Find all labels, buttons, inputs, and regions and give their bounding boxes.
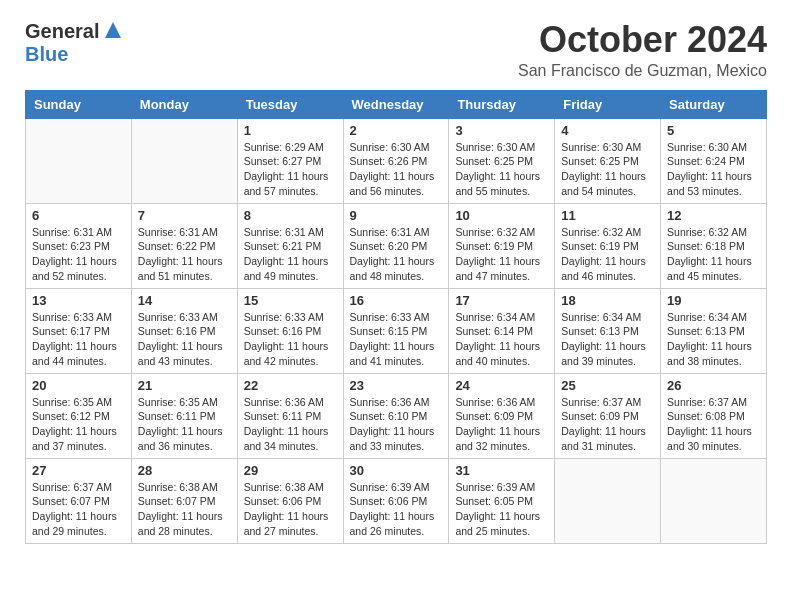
calendar-cell-week3-day4: 16Sunrise: 6:33 AM Sunset: 6:15 PM Dayli… bbox=[343, 288, 449, 373]
calendar-cell-week3-day2: 14Sunrise: 6:33 AM Sunset: 6:16 PM Dayli… bbox=[131, 288, 237, 373]
day-number: 22 bbox=[244, 378, 337, 393]
calendar-header-row: SundayMondayTuesdayWednesdayThursdayFrid… bbox=[26, 90, 767, 118]
day-info: Sunrise: 6:37 AM Sunset: 6:09 PM Dayligh… bbox=[561, 395, 654, 454]
day-info: Sunrise: 6:32 AM Sunset: 6:19 PM Dayligh… bbox=[455, 225, 548, 284]
day-info: Sunrise: 6:34 AM Sunset: 6:13 PM Dayligh… bbox=[667, 310, 760, 369]
calendar-week-4: 20Sunrise: 6:35 AM Sunset: 6:12 PM Dayli… bbox=[26, 373, 767, 458]
calendar-cell-week1-day2 bbox=[131, 118, 237, 203]
day-info: Sunrise: 6:33 AM Sunset: 6:15 PM Dayligh… bbox=[350, 310, 443, 369]
location-title: San Francisco de Guzman, Mexico bbox=[518, 62, 767, 80]
calendar-header-tuesday: Tuesday bbox=[237, 90, 343, 118]
day-info: Sunrise: 6:35 AM Sunset: 6:12 PM Dayligh… bbox=[32, 395, 125, 454]
day-info: Sunrise: 6:30 AM Sunset: 6:26 PM Dayligh… bbox=[350, 140, 443, 199]
day-number: 1 bbox=[244, 123, 337, 138]
day-number: 28 bbox=[138, 463, 231, 478]
calendar-cell-week4-day3: 22Sunrise: 6:36 AM Sunset: 6:11 PM Dayli… bbox=[237, 373, 343, 458]
day-info: Sunrise: 6:39 AM Sunset: 6:06 PM Dayligh… bbox=[350, 480, 443, 539]
day-info: Sunrise: 6:35 AM Sunset: 6:11 PM Dayligh… bbox=[138, 395, 231, 454]
calendar-week-2: 6Sunrise: 6:31 AM Sunset: 6:23 PM Daylig… bbox=[26, 203, 767, 288]
day-number: 19 bbox=[667, 293, 760, 308]
calendar-body: 1Sunrise: 6:29 AM Sunset: 6:27 PM Daylig… bbox=[26, 118, 767, 543]
day-info: Sunrise: 6:31 AM Sunset: 6:23 PM Dayligh… bbox=[32, 225, 125, 284]
day-number: 2 bbox=[350, 123, 443, 138]
calendar-cell-week1-day5: 3Sunrise: 6:30 AM Sunset: 6:25 PM Daylig… bbox=[449, 118, 555, 203]
day-info: Sunrise: 6:33 AM Sunset: 6:16 PM Dayligh… bbox=[138, 310, 231, 369]
day-info: Sunrise: 6:31 AM Sunset: 6:20 PM Dayligh… bbox=[350, 225, 443, 284]
calendar-cell-week1-day1 bbox=[26, 118, 132, 203]
calendar-cell-week2-day6: 11Sunrise: 6:32 AM Sunset: 6:19 PM Dayli… bbox=[555, 203, 661, 288]
day-number: 23 bbox=[350, 378, 443, 393]
day-info: Sunrise: 6:36 AM Sunset: 6:11 PM Dayligh… bbox=[244, 395, 337, 454]
calendar-cell-week4-day4: 23Sunrise: 6:36 AM Sunset: 6:10 PM Dayli… bbox=[343, 373, 449, 458]
calendar-cell-week2-day5: 10Sunrise: 6:32 AM Sunset: 6:19 PM Dayli… bbox=[449, 203, 555, 288]
day-number: 12 bbox=[667, 208, 760, 223]
day-number: 18 bbox=[561, 293, 654, 308]
day-number: 14 bbox=[138, 293, 231, 308]
day-info: Sunrise: 6:30 AM Sunset: 6:25 PM Dayligh… bbox=[561, 140, 654, 199]
day-number: 26 bbox=[667, 378, 760, 393]
calendar-week-3: 13Sunrise: 6:33 AM Sunset: 6:17 PM Dayli… bbox=[26, 288, 767, 373]
day-info: Sunrise: 6:36 AM Sunset: 6:09 PM Dayligh… bbox=[455, 395, 548, 454]
calendar-table: SundayMondayTuesdayWednesdayThursdayFrid… bbox=[25, 90, 767, 544]
day-number: 3 bbox=[455, 123, 548, 138]
day-number: 27 bbox=[32, 463, 125, 478]
day-number: 13 bbox=[32, 293, 125, 308]
calendar-cell-week2-day7: 12Sunrise: 6:32 AM Sunset: 6:18 PM Dayli… bbox=[661, 203, 767, 288]
day-info: Sunrise: 6:34 AM Sunset: 6:13 PM Dayligh… bbox=[561, 310, 654, 369]
calendar-cell-week3-day6: 18Sunrise: 6:34 AM Sunset: 6:13 PM Dayli… bbox=[555, 288, 661, 373]
day-number: 31 bbox=[455, 463, 548, 478]
day-info: Sunrise: 6:31 AM Sunset: 6:22 PM Dayligh… bbox=[138, 225, 231, 284]
calendar-header-thursday: Thursday bbox=[449, 90, 555, 118]
calendar-header-saturday: Saturday bbox=[661, 90, 767, 118]
day-number: 9 bbox=[350, 208, 443, 223]
day-number: 30 bbox=[350, 463, 443, 478]
calendar-header-sunday: Sunday bbox=[26, 90, 132, 118]
day-info: Sunrise: 6:39 AM Sunset: 6:05 PM Dayligh… bbox=[455, 480, 548, 539]
day-number: 15 bbox=[244, 293, 337, 308]
calendar-cell-week2-day4: 9Sunrise: 6:31 AM Sunset: 6:20 PM Daylig… bbox=[343, 203, 449, 288]
day-info: Sunrise: 6:33 AM Sunset: 6:16 PM Dayligh… bbox=[244, 310, 337, 369]
logo-blue-text: Blue bbox=[25, 43, 68, 65]
day-number: 29 bbox=[244, 463, 337, 478]
calendar-cell-week5-day6 bbox=[555, 458, 661, 543]
logo-general-text: General bbox=[25, 20, 99, 43]
day-number: 7 bbox=[138, 208, 231, 223]
calendar-cell-week4-day6: 25Sunrise: 6:37 AM Sunset: 6:09 PM Dayli… bbox=[555, 373, 661, 458]
day-info: Sunrise: 6:36 AM Sunset: 6:10 PM Dayligh… bbox=[350, 395, 443, 454]
calendar-cell-week2-day1: 6Sunrise: 6:31 AM Sunset: 6:23 PM Daylig… bbox=[26, 203, 132, 288]
day-number: 8 bbox=[244, 208, 337, 223]
day-info: Sunrise: 6:30 AM Sunset: 6:25 PM Dayligh… bbox=[455, 140, 548, 199]
day-info: Sunrise: 6:32 AM Sunset: 6:19 PM Dayligh… bbox=[561, 225, 654, 284]
day-info: Sunrise: 6:38 AM Sunset: 6:06 PM Dayligh… bbox=[244, 480, 337, 539]
day-info: Sunrise: 6:32 AM Sunset: 6:18 PM Dayligh… bbox=[667, 225, 760, 284]
calendar-cell-week3-day3: 15Sunrise: 6:33 AM Sunset: 6:16 PM Dayli… bbox=[237, 288, 343, 373]
calendar-cell-week4-day1: 20Sunrise: 6:35 AM Sunset: 6:12 PM Dayli… bbox=[26, 373, 132, 458]
calendar-header-monday: Monday bbox=[131, 90, 237, 118]
day-number: 25 bbox=[561, 378, 654, 393]
calendar-cell-week3-day1: 13Sunrise: 6:33 AM Sunset: 6:17 PM Dayli… bbox=[26, 288, 132, 373]
day-number: 6 bbox=[32, 208, 125, 223]
calendar-cell-week5-day7 bbox=[661, 458, 767, 543]
calendar-cell-week1-day4: 2Sunrise: 6:30 AM Sunset: 6:26 PM Daylig… bbox=[343, 118, 449, 203]
day-number: 20 bbox=[32, 378, 125, 393]
calendar-cell-week5-day1: 27Sunrise: 6:37 AM Sunset: 6:07 PM Dayli… bbox=[26, 458, 132, 543]
logo-triangle-icon bbox=[104, 21, 122, 43]
calendar-cell-week2-day3: 8Sunrise: 6:31 AM Sunset: 6:21 PM Daylig… bbox=[237, 203, 343, 288]
calendar-week-5: 27Sunrise: 6:37 AM Sunset: 6:07 PM Dayli… bbox=[26, 458, 767, 543]
month-title: October 2024 bbox=[518, 20, 767, 60]
calendar-cell-week3-day7: 19Sunrise: 6:34 AM Sunset: 6:13 PM Dayli… bbox=[661, 288, 767, 373]
calendar-cell-week5-day3: 29Sunrise: 6:38 AM Sunset: 6:06 PM Dayli… bbox=[237, 458, 343, 543]
calendar-cell-week1-day7: 5Sunrise: 6:30 AM Sunset: 6:24 PM Daylig… bbox=[661, 118, 767, 203]
day-info: Sunrise: 6:33 AM Sunset: 6:17 PM Dayligh… bbox=[32, 310, 125, 369]
calendar-cell-week5-day2: 28Sunrise: 6:38 AM Sunset: 6:07 PM Dayli… bbox=[131, 458, 237, 543]
day-number: 16 bbox=[350, 293, 443, 308]
calendar-cell-week5-day5: 31Sunrise: 6:39 AM Sunset: 6:05 PM Dayli… bbox=[449, 458, 555, 543]
svg-marker-0 bbox=[105, 22, 121, 38]
calendar-cell-week4-day5: 24Sunrise: 6:36 AM Sunset: 6:09 PM Dayli… bbox=[449, 373, 555, 458]
day-info: Sunrise: 6:38 AM Sunset: 6:07 PM Dayligh… bbox=[138, 480, 231, 539]
calendar-cell-week2-day2: 7Sunrise: 6:31 AM Sunset: 6:22 PM Daylig… bbox=[131, 203, 237, 288]
day-number: 5 bbox=[667, 123, 760, 138]
calendar-header-friday: Friday bbox=[555, 90, 661, 118]
calendar-cell-week5-day4: 30Sunrise: 6:39 AM Sunset: 6:06 PM Dayli… bbox=[343, 458, 449, 543]
calendar-cell-week3-day5: 17Sunrise: 6:34 AM Sunset: 6:14 PM Dayli… bbox=[449, 288, 555, 373]
